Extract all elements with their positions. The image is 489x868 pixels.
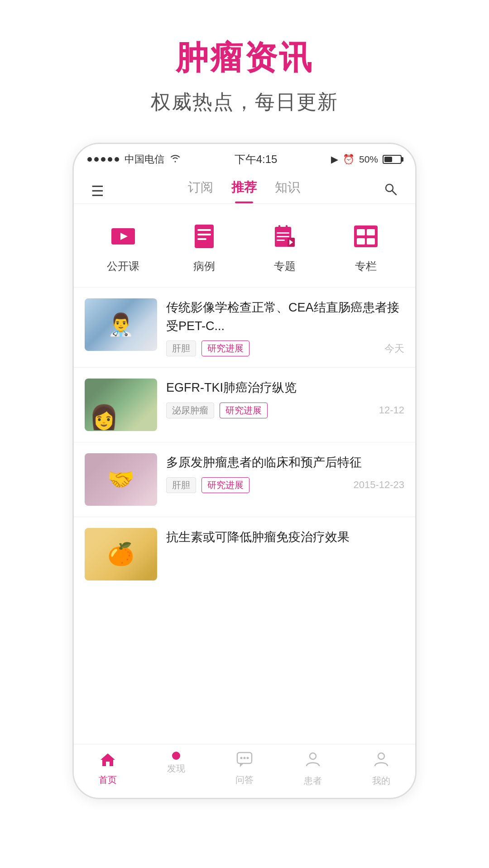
svg-rect-19: [357, 238, 365, 245]
svg-rect-13: [277, 240, 285, 241]
news-thumb-3: [85, 453, 157, 506]
svg-point-24: [240, 757, 242, 759]
wifi-icon: [170, 153, 181, 165]
bottom-nav-patient[interactable]: 患者: [304, 752, 322, 787]
news-item[interactable]: 抗生素或可降低肿瘤免疫治疗效果: [74, 517, 415, 591]
tag-pink-2: 研究进展: [220, 403, 268, 418]
svg-point-25: [243, 757, 245, 759]
bottom-nav-label-home: 首页: [99, 774, 117, 786]
news-item[interactable]: EGFR-TKI肺癌治疗纵览 泌尿肿瘤 研究进展 12-12: [74, 367, 415, 442]
bottom-nav-home[interactable]: 首页: [99, 752, 117, 787]
nav-tabs: 订阅 推荐 知识: [188, 179, 300, 203]
page-title: 肿瘤资讯: [151, 36, 338, 80]
patient-icon: [305, 752, 321, 772]
bottom-nav-label-qa: 问答: [235, 774, 254, 786]
tag-pink-1: 研究进展: [201, 340, 249, 356]
battery-icon: [383, 155, 402, 164]
svg-marker-23: [240, 763, 244, 767]
case-icon: [188, 220, 221, 253]
category-public-course[interactable]: 公开课: [107, 220, 139, 273]
news-date-1: 今天: [384, 342, 404, 355]
news-title-1: 传统影像学检查正常、CEA结直肠癌患者接受PET-C...: [166, 298, 404, 335]
bottom-nav-label-patient: 患者: [304, 775, 322, 787]
svg-rect-5: [197, 229, 211, 231]
column-icon: [350, 220, 382, 253]
category-column[interactable]: 专栏: [350, 220, 382, 273]
news-content-3: 多原发肿瘤患者的临床和预产后特征 肝胆 研究进展 2015-12-23: [166, 453, 404, 493]
tag-pink-3: 研究进展: [201, 477, 249, 493]
category-label-public-course: 公开课: [107, 259, 139, 273]
news-date-2: 12-12: [379, 404, 404, 416]
svg-rect-6: [197, 234, 211, 235]
news-content-1: 传统影像学检查正常、CEA结直肠癌患者接受PET-C... 肝胆 研究进展 今天: [166, 298, 404, 356]
discover-icon: [172, 752, 180, 760]
news-title-3: 多原发肿瘤患者的临床和预产后特征: [166, 453, 404, 472]
svg-rect-18: [367, 229, 375, 235]
tag-gray-2: 泌尿肿瘤: [166, 403, 214, 418]
svg-rect-12: [277, 236, 289, 237]
bottom-nav-label-discover: 发现: [167, 762, 185, 775]
svg-point-26: [246, 757, 249, 759]
phone-frame: 中国电信 下午4:15 ▶ ⏰ 50% ☰ 订阅 推荐 知识: [72, 143, 417, 799]
svg-rect-17: [357, 229, 365, 235]
news-thumb-1: [85, 298, 157, 351]
news-list: 传统影像学检查正常、CEA结直肠癌患者接受PET-C... 肝胆 研究进展 今天…: [74, 287, 415, 744]
news-content-4: 抗生素或可降低肿瘤免疫治疗效果: [166, 528, 404, 547]
page-subtitle: 权威热点，每日更新: [151, 89, 338, 115]
signal-dots: [87, 157, 119, 162]
bottom-nav-mine[interactable]: 我的: [372, 752, 390, 787]
tab-subscribe[interactable]: 订阅: [188, 179, 213, 203]
news-date-3: 2015-12-23: [353, 479, 404, 491]
tag-gray-3: 肝胆: [166, 477, 196, 493]
page-header: 肿瘤资讯 权威热点，每日更新: [151, 0, 338, 134]
qa-icon: [236, 752, 253, 771]
news-meta-2: 泌尿肿瘤 研究进展 12-12: [166, 403, 404, 418]
svg-rect-20: [367, 238, 375, 245]
status-left: 中国电信: [87, 153, 181, 166]
bottom-nav-label-mine: 我的: [372, 775, 390, 787]
news-item[interactable]: 传统影像学检查正常、CEA结直肠癌患者接受PET-C... 肝胆 研究进展 今天: [74, 287, 415, 367]
svg-rect-11: [277, 232, 289, 234]
svg-rect-7: [197, 238, 206, 240]
location-icon: ▶: [331, 154, 338, 165]
carrier: 中国电信: [125, 153, 164, 166]
category-label-case: 病例: [193, 259, 215, 273]
status-time: 下午4:15: [235, 152, 278, 167]
category-label-topic: 专题: [274, 259, 296, 273]
home-icon: [100, 752, 116, 771]
svg-rect-10: [286, 225, 288, 230]
categories: 公开课 病例: [74, 204, 415, 287]
svg-line-1: [392, 191, 396, 195]
topic-icon: [268, 220, 301, 253]
category-case[interactable]: 病例: [188, 220, 221, 273]
bottom-nav: 首页 发现 问答: [74, 744, 415, 798]
news-content-2: EGFR-TKI肺癌治疗纵览 泌尿肿瘤 研究进展 12-12: [166, 379, 404, 418]
bottom-nav-qa[interactable]: 问答: [235, 752, 254, 787]
svg-rect-4: [195, 225, 214, 248]
category-topic[interactable]: 专题: [268, 220, 301, 273]
svg-point-27: [310, 753, 316, 759]
tag-gray-1: 肝胆: [166, 340, 196, 356]
public-course-icon: [107, 220, 139, 253]
nav-bar: ☰ 订阅 推荐 知识: [74, 171, 415, 204]
svg-marker-21: [101, 753, 115, 766]
news-meta-1: 肝胆 研究进展 今天: [166, 340, 404, 356]
mine-icon: [373, 752, 389, 772]
news-thumb-2: [85, 379, 157, 431]
news-title-2: EGFR-TKI肺癌治疗纵览: [166, 379, 404, 397]
news-thumb-4: [85, 528, 157, 580]
tab-recommend[interactable]: 推荐: [231, 179, 257, 203]
tab-knowledge[interactable]: 知识: [275, 179, 300, 203]
news-title-4: 抗生素或可降低肿瘤免疫治疗效果: [166, 528, 404, 547]
news-item[interactable]: 多原发肿瘤患者的临床和预产后特征 肝胆 研究进展 2015-12-23: [74, 442, 415, 517]
news-meta-3: 肝胆 研究进展 2015-12-23: [166, 477, 404, 493]
status-right: ▶ ⏰ 50%: [331, 154, 402, 165]
bottom-nav-discover[interactable]: 发现: [167, 752, 185, 787]
svg-rect-9: [278, 225, 280, 230]
category-label-column: 专栏: [355, 259, 377, 273]
status-bar: 中国电信 下午4:15 ▶ ⏰ 50%: [74, 144, 415, 171]
search-icon[interactable]: [380, 178, 402, 203]
alarm-icon: ⏰: [343, 154, 355, 165]
battery-percent: 50%: [359, 154, 378, 165]
menu-icon[interactable]: ☰: [87, 179, 108, 203]
